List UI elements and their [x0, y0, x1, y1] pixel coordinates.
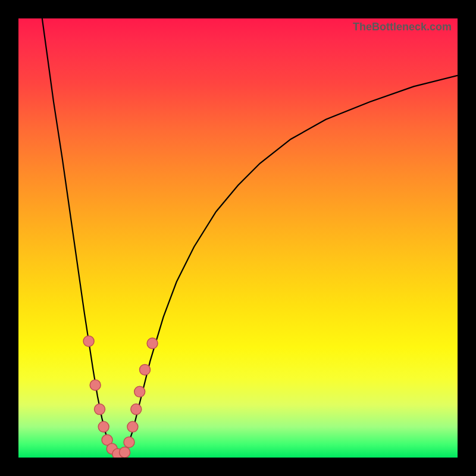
data-marker: [140, 364, 151, 375]
data-marker: [124, 437, 134, 447]
data-marker: [90, 380, 101, 390]
data-marker: [131, 404, 142, 415]
data-markers: [83, 336, 158, 458]
chart-container: TheBottleneck.com: [0, 0, 476, 476]
data-marker: [127, 421, 138, 432]
data-marker: [95, 404, 105, 415]
data-marker: [120, 447, 130, 458]
data-marker: [134, 386, 145, 397]
plot-area: TheBottleneck.com: [18, 18, 458, 458]
bottleneck-curve-left: [42, 18, 120, 458]
data-marker: [147, 338, 158, 349]
data-marker: [98, 421, 109, 432]
bottleneck-curve-right: [120, 76, 458, 458]
curve-layer: [18, 18, 458, 458]
data-marker: [83, 336, 94, 346]
watermark-text: TheBottleneck.com: [353, 21, 452, 33]
